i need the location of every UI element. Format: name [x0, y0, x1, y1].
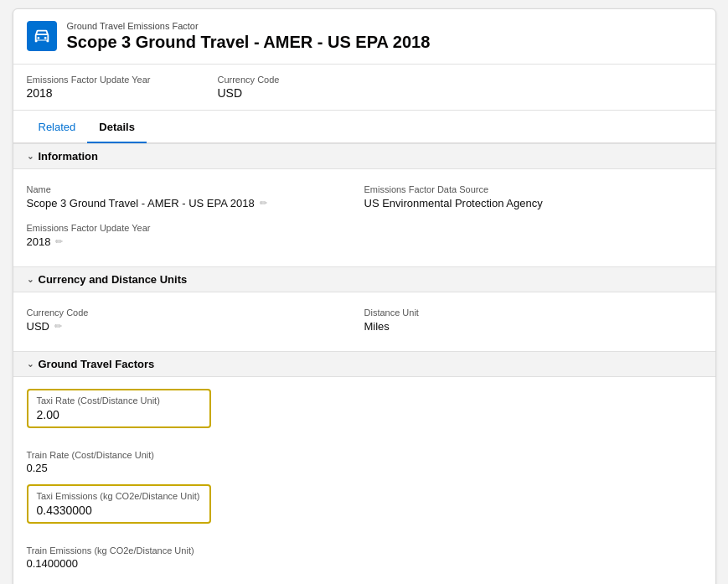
update-year-label: Emissions Factor Update Year [27, 75, 151, 85]
taxi-rate-field: Taxi Rate (Cost/Distance Unit) 2.00 [27, 385, 702, 437]
personal-car-field: Personal Car Emissions (kg CO2e/Distance… [27, 576, 702, 584]
update-year-field-label: Emissions Factor Update Year [27, 223, 364, 233]
distance-label: Distance Unit [364, 308, 702, 318]
taxi-emissions-field: Taxi Emissions (kg CO2e/Distance Unit) 0… [27, 481, 702, 532]
ground-travel-section-header: ⌄ Ground Travel Factors [13, 351, 715, 377]
ground-travel-chevron: ⌄ [27, 359, 34, 369]
train-emissions-value: 0.1400000 [27, 557, 78, 570]
name-value: Scope 3 Ground Travel - AMER - US EPA 20… [27, 197, 255, 209]
header-eyebrow: Ground Travel Emissions Factor [67, 21, 431, 31]
name-field: Name Scope 3 Ground Travel - AMER - US E… [27, 179, 364, 218]
ground-travel-fields: Taxi Rate (Cost/Distance Unit) 2.00 Trai… [13, 377, 715, 584]
update-year-meta: Emissions Factor Update Year 2018 [27, 75, 151, 100]
currency-fields: Currency Code USD ✏ Distance Unit Miles [13, 292, 715, 351]
update-year-edit-icon[interactable]: ✏ [55, 236, 63, 247]
distance-unit-field: Distance Unit Miles [364, 302, 702, 341]
currency-chevron: ⌄ [27, 275, 34, 284]
tab-details[interactable]: Details [87, 111, 147, 143]
data-source-field: Emissions Factor Data Source US Environm… [364, 179, 702, 218]
information-fields: Name Scope 3 Ground Travel - AMER - US E… [13, 169, 715, 266]
taxi-emissions-label: Taxi Emissions (kg CO2e/Distance Unit) [37, 491, 201, 501]
app-icon [27, 21, 57, 51]
distance-value: Miles [364, 320, 390, 333]
currency-title: Currency and Distance Units [39, 273, 188, 286]
meta-row: Emissions Factor Update Year 2018 Curren… [13, 65, 715, 111]
train-rate-field: Train Rate (Cost/Distance Unit) 0.25 [27, 443, 702, 481]
currency-code-value: USD [27, 320, 49, 333]
data-source-value: US Environmental Protection Agency [364, 197, 543, 209]
taxi-rate-value: 2.00 [37, 408, 201, 421]
currency-code-field: Currency Code USD ✏ [27, 302, 364, 341]
name-edit-icon[interactable]: ✏ [260, 198, 267, 209]
header-title: Scope 3 Ground Travel - AMER - US EPA 20… [67, 33, 431, 52]
currency-value: USD [217, 86, 279, 100]
information-section-header: ⌄ Information [13, 143, 715, 169]
taxi-rate-label: Taxi Rate (Cost/Distance Unit) [37, 395, 201, 406]
taxi-emissions-box: Taxi Emissions (kg CO2e/Distance Unit) 0… [27, 484, 211, 524]
update-year-value: 2018 [27, 86, 151, 100]
train-rate-value: 0.25 [27, 462, 48, 474]
svg-point-0 [37, 37, 39, 39]
train-rate-label: Train Rate (Cost/Distance Unit) [27, 450, 154, 460]
currency-edit-icon[interactable]: ✏ [54, 321, 62, 332]
taxi-rate-box: Taxi Rate (Cost/Distance Unit) 2.00 [27, 389, 211, 428]
currency-section-header: ⌄ Currency and Distance Units [13, 266, 715, 292]
svg-point-1 [44, 37, 46, 39]
currency-code-label: Currency Code [27, 308, 364, 318]
tabs: Related Details [13, 111, 715, 143]
card-header: Ground Travel Emissions Factor Scope 3 G… [13, 9, 715, 65]
ground-travel-icon [33, 27, 51, 45]
name-label: Name [27, 184, 364, 194]
information-title: Information [39, 150, 99, 163]
train-emissions-field: Train Emissions (kg CO2e/Distance Unit) … [27, 539, 702, 576]
currency-meta: Currency Code USD [217, 75, 279, 100]
update-year-field: Emissions Factor Update Year 2018 ✏ [27, 218, 364, 256]
train-emissions-label: Train Emissions (kg CO2e/Distance Unit) [27, 545, 194, 556]
information-chevron: ⌄ [27, 152, 34, 161]
data-source-label: Emissions Factor Data Source [364, 184, 702, 194]
tab-related[interactable]: Related [27, 111, 88, 143]
currency-label: Currency Code [217, 75, 279, 85]
update-year-field-value: 2018 [27, 235, 51, 248]
main-card: Ground Travel Emissions Factor Scope 3 G… [13, 8, 716, 584]
ground-travel-title: Ground Travel Factors [39, 358, 155, 370]
taxi-emissions-value: 0.4330000 [37, 504, 201, 517]
header-text: Ground Travel Emissions Factor Scope 3 G… [67, 21, 431, 52]
